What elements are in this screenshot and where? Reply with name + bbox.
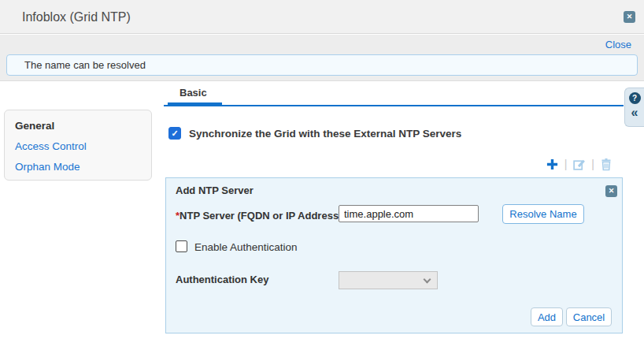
resolve-status-message: The name can be resolved [6, 54, 638, 76]
panel-title: Add NTP Server [176, 184, 254, 196]
tab-active-indicator [168, 102, 222, 106]
close-link[interactable]: Close [605, 39, 631, 50]
ntp-server-label: *NTP Server (FQDN or IP Address) [176, 210, 342, 222]
collapse-panel-icon[interactable]: « [631, 106, 638, 119]
tab-basic[interactable]: Basic [180, 87, 207, 99]
resolve-name-button[interactable]: Resolve Name [502, 204, 584, 224]
add-ntp-server-panel: Add NTP Server ✕ *NTP Server (FQDN or IP… [165, 177, 623, 333]
enable-authentication-label: Enable Authentication [194, 241, 298, 253]
dialog-close-icon[interactable]: ✕ [624, 11, 635, 23]
subheader-strip: Close The name can be resolved [0, 35, 644, 81]
add-button[interactable]: Add [531, 307, 563, 326]
dialog-title: Infoblox (Grid NTP) [22, 0, 131, 34]
sidebar-item-general[interactable]: General [15, 120, 151, 132]
sidebar-item-access-control[interactable]: Access Control [15, 140, 151, 152]
sync-ntp-checkbox[interactable]: ✓ [168, 127, 181, 140]
sidebar-nav: General Access Control Orphan Mode [4, 110, 152, 181]
tab-bar-divider [164, 105, 624, 106]
enable-authentication-checkbox[interactable]: ✓ [176, 240, 187, 252]
help-strip: ? « [624, 88, 644, 127]
help-icon[interactable]: ? [629, 92, 641, 104]
authentication-key-select[interactable] [339, 271, 438, 289]
add-icon[interactable] [546, 158, 559, 171]
check-icon: ✓ [178, 242, 185, 251]
dialog-titlebar: Infoblox (Grid NTP) ✕ [0, 0, 644, 34]
cancel-button[interactable]: Cancel [566, 307, 612, 326]
sidebar-item-orphan-mode[interactable]: Orphan Mode [15, 161, 151, 173]
ntp-server-toolbar: | | [546, 156, 613, 172]
panel-close-icon[interactable]: ✕ [605, 185, 617, 197]
toolbar-separator: | [564, 158, 568, 170]
sync-ntp-label: Synchronize the Grid with these External… [189, 128, 461, 140]
ntp-server-input[interactable] [339, 205, 479, 222]
delete-icon[interactable] [600, 158, 613, 171]
check-icon: ✓ [171, 129, 178, 138]
grid-ntp-dialog: Infoblox (Grid NTP) ✕ Close The name can… [0, 0, 644, 339]
chevron-down-icon [424, 276, 431, 284]
authentication-key-label: Authentication Key [176, 274, 268, 285]
edit-icon[interactable] [572, 158, 586, 171]
toolbar-separator: | [591, 158, 594, 170]
